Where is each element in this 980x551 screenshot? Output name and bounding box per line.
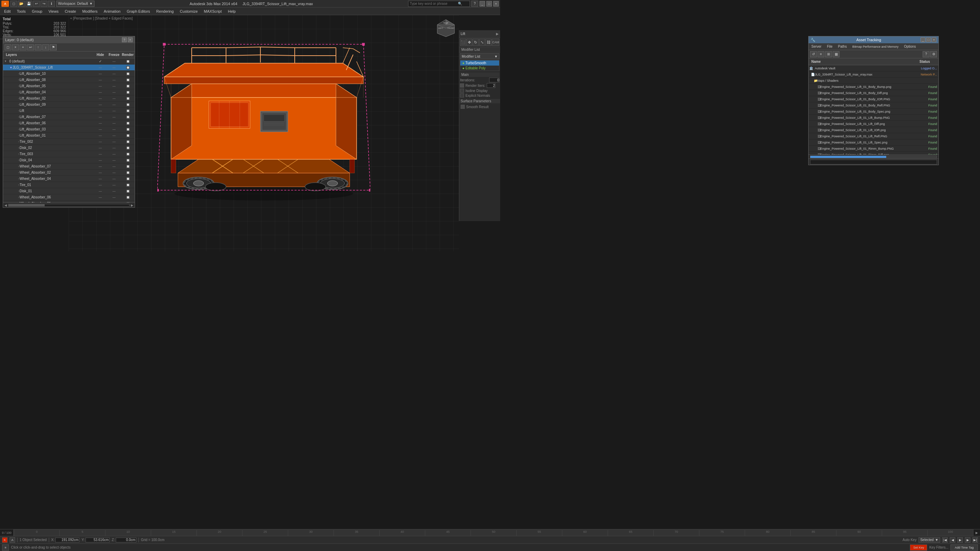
menu-maxscript[interactable]: MAXScript [201,9,225,14]
layer-up-btn[interactable]: ↑ [35,44,41,51]
layer-row[interactable]: ○ Tire_002 — — 🔲 [3,139,135,145]
close-button[interactable]: × [493,1,499,6]
layer-hide-cell: — [94,202,107,203]
layer-row-name: Lift_Absorber_03 [18,127,94,131]
layer-row[interactable]: ○ Wheel_Absorber_04 — — 🔲 [3,176,135,182]
menu-rendering[interactable]: Rendering [154,9,177,14]
layer-row[interactable]: ○ Lift_Absorber_07 — — 🔲 [3,114,135,120]
explicit-normals-checkbox[interactable] [460,94,464,97]
link-tool-btn[interactable]: ⛓ [485,38,492,46]
layer-row[interactable]: ○ Lift_Absorber_09 — — 🔲 [3,102,135,108]
layer-row[interactable]: ○ Tire_003 — — 🔲 [3,151,135,157]
layer-row[interactable]: ○ Lift_Absorber_08 — — 🔲 [3,77,135,83]
render-iters-checkbox[interactable] [460,83,464,87]
smooth-result-checkbox[interactable] [461,105,465,109]
layer-row[interactable]: ○ Lift_Absorber_02 — — 🔲 [3,95,135,102]
layer-row[interactable]: ○ Lift_Absorber_03 — — 🔲 [3,126,135,132]
layer-row-name: Lift [18,109,94,113]
open-button[interactable]: 📂 [18,1,25,7]
layer-new-btn[interactable]: ◻ [5,44,11,51]
layer-row[interactable]: ▼ JLG_3394RT_Scissor_Lift — — 🔲 [3,65,135,71]
isoline-checkbox[interactable] [460,89,464,93]
layer-render-cell: 🔲 [121,66,135,69]
menu-views[interactable]: Views [46,9,61,14]
layer-hide-cell: — [94,128,107,131]
rotate-tool-btn[interactable]: ↻ [473,38,479,46]
iterations-input[interactable] [489,78,500,83]
surface-params-header[interactable]: Surface Parameters [459,99,500,103]
dialog-close-btn[interactable]: × [128,37,133,42]
layer-render-cell: 🔲 [121,78,135,82]
modifier-section-main[interactable]: Main [460,72,500,77]
menu-modifiers[interactable]: Modifiers [80,9,100,14]
dialog-question-btn[interactable]: ? [122,37,127,42]
layer-highlight-btn[interactable]: ⚑ [50,44,57,51]
menu-tools[interactable]: Tools [14,9,29,14]
select-tool-btn[interactable]: ⬛ [460,38,466,46]
modifier-item-turbosmooth[interactable]: ● TurboSmooth [460,60,499,65]
layer-row[interactable]: ○ Wheel_Absorber_02 — — 🔲 [3,170,135,176]
menu-help[interactable]: Help [225,9,239,14]
save-button[interactable]: 💾 [25,1,32,7]
layer-row-name: Lift_Absorber_10 [18,72,94,76]
search-box[interactable]: 🔍 [408,1,470,7]
new-button[interactable]: ◻ [10,1,17,7]
layer-freeze-cell: — [107,128,121,131]
menu-group[interactable]: Group [29,9,45,14]
layer-row[interactable]: ▼ 0 (default) ✓ — 🔲 [3,58,135,65]
menu-graph-editors[interactable]: Graph Editors [124,9,153,14]
help-button[interactable]: ? [471,1,478,7]
menu-create[interactable]: Create [62,9,79,14]
search-input[interactable] [410,2,458,5]
move-tool-btn[interactable]: ✥ [466,38,473,46]
layer-select-btn[interactable]: ↩ [27,44,34,51]
layer-down-btn[interactable]: ↓ [42,44,49,51]
layer-render-cell: 🔲 [121,165,135,168]
undo-button[interactable]: ↩ [33,1,40,7]
layer-row[interactable]: ○ Lift_Absorber_06 — — 🔲 [3,120,135,126]
maximize-button[interactable]: □ [487,1,492,6]
modifier-item-editablepoly[interactable]: ● Editable Poly [460,65,499,71]
layer-row[interactable]: ○ Lift_Absorber_01 — — 🔲 [3,132,135,139]
menu-edit[interactable]: Edit [2,9,13,14]
layer-row[interactable]: ○ Lift — — 🔲 [3,108,135,114]
layer-row[interactable]: ○ Disk_04 — — 🔲 [3,157,135,164]
workspace-dropdown[interactable]: Workspace: Default ▼ [56,1,94,7]
cam-tool-btn[interactable]: CAM [492,38,500,46]
redo-button[interactable]: ↪ [41,1,48,7]
menu-customize[interactable]: Customize [177,9,200,14]
modifier-dropdown[interactable]: Modifier List ▼ [460,53,500,59]
layer-icon: ○ [10,71,18,76]
layer-freeze-cell: — [107,103,121,106]
svg-text:LEFT: LEFT [438,27,444,29]
layer-icon: ○ [10,189,18,194]
svg-text:FRONT: FRONT [447,27,455,29]
layer-row[interactable]: ○ Wheel_Absorber_06 — — 🔲 [3,194,135,200]
menu-animation[interactable]: Animation [101,9,123,14]
navigation-cube[interactable]: TOP FRONT LEFT [436,18,456,38]
layer-row[interactable]: ○ Disk_01 — — 🔲 [3,188,135,194]
layer-row[interactable]: ○ Wheel_Absorber_01 — — 🔲 [3,200,135,203]
scale-tool-btn[interactable]: ⤡ [479,38,485,46]
layer-hide-cell: — [94,159,107,162]
layer-add-btn[interactable]: + [19,44,27,51]
layer-delete-btn[interactable]: × [12,44,19,51]
minimize-button[interactable]: _ [479,1,485,6]
layer-icon: ○ [10,96,18,101]
layers-dialog-titlebar[interactable]: Layer: 0 (default) ? × [3,37,135,43]
layer-row-name: Lift_Absorber_09 [18,103,94,106]
layer-render-cell: 🔲 [121,196,135,199]
scissor-lift-model [158,43,370,207]
layer-hide-cell: — [94,122,107,125]
layer-row[interactable]: ○ Wheel_Absorber_07 — — 🔲 [3,164,135,170]
render-iters-input[interactable] [487,83,495,88]
layer-row[interactable]: ○ Lift_Absorber_10 — — 🔲 [3,71,135,77]
layer-row-name: Wheel_Absorber_02 [18,171,94,175]
layer-freeze-cell: — [107,146,121,150]
scene-info-button[interactable]: ℹ [48,1,55,7]
layer-icon: ○ [10,164,18,169]
layer-row[interactable]: ○ Disk_02 — — 🔲 [3,145,135,151]
layer-row[interactable]: ○ Lift_Absorber_04 — — 🔲 [3,89,135,95]
layer-row[interactable]: ○ Lift_Absorber_05 — — 🔲 [3,83,135,89]
layer-row[interactable]: ○ Tire_01 — — 🔲 [3,182,135,188]
